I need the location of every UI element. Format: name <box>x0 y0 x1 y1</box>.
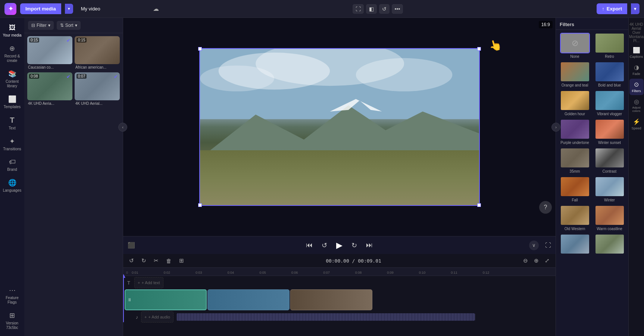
more-tools-button[interactable]: ••• <box>392 4 403 14</box>
media-item-african[interactable]: 0:15 African american... <box>75 36 120 70</box>
adjust-colors-label: Adjust colors <box>631 106 643 113</box>
expand-button[interactable]: ⛶ <box>545 242 551 249</box>
timeline-clip-2[interactable] <box>207 289 290 310</box>
sidebar-item-your-media[interactable]: 🖼 Your media <box>1 21 24 41</box>
zoom-out-button[interactable]: ⊖ <box>521 256 530 265</box>
timeline-toolbar: ↺ ↻ ✂ 🗑 ⊞ 00:00.00 / 00:09.01 ⊖ ⊕ ⤢ <box>123 254 556 268</box>
cloud-save-icon: ☁ <box>153 5 159 12</box>
filter-contrast[interactable]: Contrast <box>593 147 626 174</box>
filter-bold-blue[interactable]: Bold and blue <box>593 61 626 88</box>
filters-button[interactable]: ⊙ Filters <box>629 79 644 95</box>
sidebar-item-transitions[interactable]: ✦ Transitions <box>1 134 24 154</box>
ruler-tick-1: 0:01 <box>132 271 138 274</box>
fade-button[interactable]: ◑ Fade <box>629 62 644 78</box>
crop-tool-button[interactable]: ⛶ <box>353 4 364 14</box>
media-toolbar: ⊟ Filter ▾ ⇅ Sort ▾ <box>24 18 123 33</box>
filter-winter-sunset[interactable]: Winter sunset <box>593 118 626 145</box>
rewind-5s-button[interactable]: ↺ <box>320 240 329 251</box>
delete-button[interactable]: 🗑 <box>164 257 174 265</box>
corner-handle-tl[interactable] <box>198 47 202 51</box>
filter-fall[interactable]: Fall <box>558 176 591 203</box>
sidebar-item-content-library[interactable]: 📚 Content library <box>1 67 24 91</box>
sort-button[interactable]: ⇅ Sort ▾ <box>57 21 81 30</box>
filter-golden-hour[interactable]: Golden hour <box>558 90 591 117</box>
play-button[interactable]: ▶ <box>335 239 344 252</box>
filter-grid: ⊘ None Retro Orange and teal <box>556 30 628 258</box>
export-button[interactable]: ↑ Export <box>597 3 627 14</box>
timeline-playhead[interactable] <box>123 276 124 322</box>
add-text-button[interactable]: + + Add text <box>134 277 163 288</box>
collapse-left-panel-button[interactable]: ‹ <box>118 123 127 132</box>
scene-tool-button[interactable]: ◧ <box>366 4 377 14</box>
speed-button[interactable]: ⚡ Speed <box>629 116 644 132</box>
sidebar-item-record-create[interactable]: ⊕ Record & create <box>1 41 24 66</box>
skip-forward-button[interactable]: ⏭ <box>365 240 374 251</box>
sidebar-item-text[interactable]: T Text <box>1 113 24 134</box>
timeline-zoom-controls: ⊖ ⊕ ⤢ <box>521 256 552 265</box>
clip-options-button[interactable]: ⊞ <box>177 256 186 265</box>
import-media-button[interactable]: Import media <box>20 3 61 14</box>
filter-retro[interactable]: Retro <box>593 32 626 59</box>
timeline-scroll[interactable]: 0 0:01 0:02 0:03 0:04 0:05 0:06 0:07 0:0… <box>123 268 556 336</box>
corner-handle-bl[interactable] <box>198 203 202 207</box>
filter-warm-coastline[interactable]: Warm coastline <box>593 204 626 232</box>
media-duration-aerial2: 0:07 <box>76 74 87 79</box>
sidebar-item-languages[interactable]: 🌐 Languages <box>1 176 24 196</box>
filter-label: Filter <box>37 23 47 28</box>
sidebar-item-version[interactable]: ⊞ Version 73c5bc <box>1 308 24 333</box>
zoom-in-button[interactable]: ⊕ <box>532 256 541 265</box>
captions-button[interactable]: ⬜ Captions <box>629 44 644 61</box>
undo-timeline-button[interactable]: ↺ <box>127 256 136 265</box>
canvas-area: ‹ <box>123 18 556 336</box>
filter-35mm[interactable]: 35mm <box>558 147 591 174</box>
speed-icon: ⚡ <box>633 118 640 125</box>
filter-purple-undertone[interactable]: Purple undertone <box>558 118 591 145</box>
timeline-clip-3[interactable] <box>290 289 372 310</box>
filter-winter[interactable]: Winter <box>593 176 626 203</box>
media-item-caucasian[interactable]: 0:15 ✔ Caucasian co... <box>27 36 72 70</box>
filter-next2[interactable] <box>593 233 626 256</box>
screen-capture-button[interactable]: ⬛ <box>128 242 135 249</box>
media-item-aerial1[interactable]: 0:08 ✔ 4K UHD Aeria... <box>27 72 72 106</box>
filter-orange-teal[interactable]: Orange and teal <box>558 61 591 88</box>
playback-bar: ⬛ ⏮ ↺ ▶ ↻ ⏭ ∨ ⛶ <box>123 236 556 254</box>
collapse-right-panel-button[interactable]: › <box>551 123 560 132</box>
redo-timeline-button[interactable]: ↻ <box>139 256 149 265</box>
filter-none[interactable]: ⊘ None <box>558 32 591 59</box>
adjust-colors-button[interactable]: ◎ Adjust colors <box>629 96 644 115</box>
filter-button[interactable]: ⊟ Filter ▾ <box>28 21 54 30</box>
filters-side-label: Filters <box>632 89 641 93</box>
video-frame-inner <box>200 49 479 205</box>
collapse-timeline-button[interactable]: ∨ <box>529 241 539 250</box>
help-button[interactable]: ? <box>539 201 552 214</box>
timeline-clip-1[interactable]: ⏸ <box>125 289 207 310</box>
import-media-dropdown[interactable]: ▾ <box>65 4 73 14</box>
add-audio-button[interactable]: + + Add audio <box>141 311 173 323</box>
cut-button[interactable]: ✂ <box>151 256 161 265</box>
sidebar-item-feature-flags[interactable]: ⋯ Feature Flags <box>1 283 24 308</box>
forward-5s-button[interactable]: ↻ <box>350 240 359 251</box>
video-frame <box>199 48 480 206</box>
brand-icon: 🏷 <box>9 158 16 166</box>
content-library-icon: 📚 <box>8 70 16 78</box>
corner-handle-tr[interactable] <box>477 47 481 51</box>
export-dropdown-button[interactable]: ▾ <box>631 3 640 14</box>
undo-tool-button[interactable]: ↺ <box>379 4 390 14</box>
filter-old-western[interactable]: Old Western <box>558 204 591 232</box>
transitions-icon: ✦ <box>9 137 15 145</box>
corner-handle-br[interactable] <box>477 203 481 207</box>
sidebar-item-brand[interactable]: 🏷 Brand <box>1 155 24 175</box>
text-track-row: T + + Add text <box>123 276 556 289</box>
sidebar-item-templates[interactable]: ⬜ Templates <box>1 92 24 112</box>
text-icon: T <box>10 116 14 125</box>
filter-label-vibrant: Vibrant vlogger <box>597 112 622 116</box>
sort-icon: ⇅ <box>60 23 64 28</box>
filter-vibrant-vlogger[interactable]: Vibrant vlogger <box>593 90 626 117</box>
video-title-input[interactable] <box>77 4 148 14</box>
filter-next1[interactable] <box>558 233 591 256</box>
media-item-aerial2[interactable]: 0:07 ✔ 4K UHD Aerial... <box>75 72 120 106</box>
version-label: Version 73c5bc <box>3 321 22 330</box>
filter-label-warm-coastline: Warm coastline <box>597 227 622 231</box>
fit-timeline-button[interactable]: ⤢ <box>543 256 552 265</box>
skip-back-button[interactable]: ⏮ <box>304 240 314 251</box>
